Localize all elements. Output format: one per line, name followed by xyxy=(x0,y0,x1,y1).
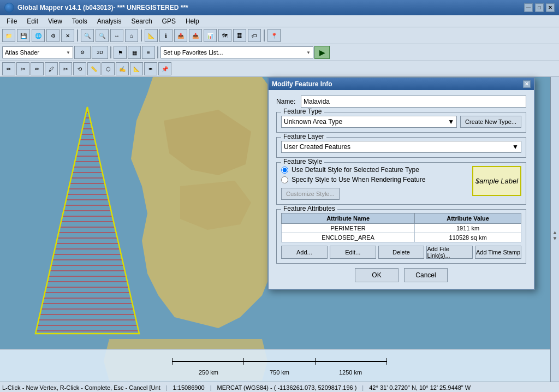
flag-icon-btn[interactable]: ⚑ xyxy=(114,46,127,59)
add-file-link-button[interactable]: Add File Link(s)... xyxy=(426,246,473,259)
maximize-button[interactable]: □ xyxy=(535,3,544,12)
draw-btn8[interactable]: ⬡ xyxy=(102,62,115,75)
edit-attr-button[interactable]: Edit... xyxy=(330,246,376,259)
scale-ruler xyxy=(172,356,387,367)
feature-layer-group: Feature Layer User Created Features ▼ xyxy=(276,137,526,158)
status-projection: MERCAT (WGS84) - ( -1136261.073, 5209817… xyxy=(217,384,357,391)
flag-button[interactable]: 📍 xyxy=(267,29,281,42)
draw-btn9[interactable]: ✍ xyxy=(116,62,129,75)
name-input[interactable] xyxy=(301,96,526,108)
web-button[interactable]: 🌐 xyxy=(32,29,45,42)
pan-button[interactable]: ↔ xyxy=(110,29,123,42)
scale-tick-end xyxy=(386,358,387,365)
right-scroll[interactable]: ▲▼ xyxy=(550,77,559,382)
menu-view[interactable]: View xyxy=(44,16,67,26)
window-controls: — □ ✕ xyxy=(524,3,555,12)
scale-line3 xyxy=(316,361,386,362)
3d-view-button[interactable]: 3D xyxy=(92,46,108,59)
home-button[interactable]: ⌂ xyxy=(125,29,138,42)
app-icon xyxy=(4,3,14,13)
minimize-button[interactable]: — xyxy=(524,3,533,12)
layer-btn[interactable]: ≡ xyxy=(142,46,155,59)
add-timestamp-button[interactable]: Add Time Stamp xyxy=(475,246,521,259)
draw-btn3[interactable]: ✏ xyxy=(31,62,44,75)
feature-attrs-label: Feature Attributes xyxy=(281,205,337,212)
draw-btn1[interactable]: ✏ xyxy=(2,62,15,75)
import-button[interactable]: 📥 xyxy=(189,29,202,42)
favorites-dropdown[interactable]: Set up Favorites List... ▼ xyxy=(160,46,313,58)
draw-btn11[interactable]: ✒ xyxy=(144,62,157,75)
radio-specify-style[interactable] xyxy=(281,176,288,183)
menu-gps[interactable]: GPS xyxy=(158,16,180,26)
radio-default-style-row: Use Default Style for Selected Feature T… xyxy=(281,166,468,174)
modify-feature-dialog[interactable]: Modify Feature Info ✕ Name: Feature Type… xyxy=(267,77,535,290)
close-button[interactable]: ✕ xyxy=(546,3,555,12)
draw-btn5[interactable]: ✂ xyxy=(59,62,72,75)
radio-default-style[interactable] xyxy=(281,167,288,174)
zoom-out-button[interactable]: 🔍 xyxy=(96,29,109,42)
draw-btn2[interactable]: ✂ xyxy=(16,62,29,75)
path-button[interactable]: 🛤 xyxy=(233,29,246,42)
feature-info-button[interactable]: ℹ xyxy=(159,29,173,42)
customize-style-button[interactable]: Customize Style... xyxy=(281,188,340,200)
chart-button[interactable]: 📊 xyxy=(204,29,217,42)
table-row: ENCLOSED_AREA 110528 sq km xyxy=(282,233,521,242)
menu-tools[interactable]: Tools xyxy=(68,16,92,26)
menu-help[interactable]: Help xyxy=(181,16,204,26)
radio-default-label: Use Default Style for Selected Feature T… xyxy=(292,166,419,174)
cancel-button[interactable]: Cancel xyxy=(404,268,448,282)
settings-button[interactable]: ⚙ xyxy=(46,29,60,42)
draw-btn7[interactable]: 📏 xyxy=(87,62,100,75)
toolbar-drawing: ✏ ✂ ✏ 🖊 ✂ ⟲ 📏 ⬡ ✍ 📐 ✒ 📌 xyxy=(0,61,559,77)
scale-label-1: 750 km xyxy=(244,369,315,376)
feature-layer-arrow-icon: ▼ xyxy=(512,143,519,151)
draw-btn12[interactable]: 📌 xyxy=(158,62,171,75)
feature-type-row: Unknown Area Type ▼ Create New Type... xyxy=(281,116,521,128)
add-attr-button[interactable]: Add... xyxy=(281,246,328,259)
shader-arrow-icon: ▼ xyxy=(66,50,70,55)
3d-button[interactable]: 🗺 xyxy=(218,29,231,42)
attr-name-area: ENCLOSED_AREA xyxy=(282,233,415,242)
zoom-in-button[interactable]: 🔍 xyxy=(81,29,94,42)
title-bar-left: Global Mapper v14.1 (b043013)- *** UNREG… xyxy=(4,3,188,13)
name-row: Name: xyxy=(276,96,526,108)
label-button[interactable]: 🏷 xyxy=(248,29,261,42)
play-button[interactable]: ▶ xyxy=(314,46,330,59)
status-coords: 42° 31' 0.2720" N, 10° 12' 25.9448" W xyxy=(369,384,471,391)
ok-button[interactable]: OK xyxy=(355,268,399,282)
menu-file[interactable]: File xyxy=(2,16,21,26)
scale-labels: 250 km 750 km 1250 km xyxy=(173,369,386,376)
modal-close-button[interactable]: ✕ xyxy=(523,80,531,88)
create-new-type-button[interactable]: Create New Type... xyxy=(460,116,521,128)
menu-analysis[interactable]: Analysis xyxy=(93,16,126,26)
menu-edit[interactable]: Edit xyxy=(22,16,43,26)
status-sep1: | xyxy=(166,384,168,391)
measure-button[interactable]: 📐 xyxy=(145,29,158,42)
sample-label-text: $ample Label xyxy=(475,177,518,185)
toolbar2-divider2 xyxy=(157,46,158,58)
menu-search[interactable]: Search xyxy=(127,16,157,26)
save-button[interactable]: 💾 xyxy=(17,29,30,42)
favorites-arrow-icon: ▼ xyxy=(306,50,311,55)
status-unit: 1:15086900 xyxy=(173,384,205,391)
shader-dropdown[interactable]: Atlas Shader ▼ xyxy=(2,46,73,58)
shader-settings-button[interactable]: ⚙ xyxy=(74,46,91,59)
toolbar-divider3 xyxy=(264,29,265,41)
attributes-table: Attribute Name Attribute Value PERIMETER… xyxy=(281,213,521,242)
scale-line2 xyxy=(244,361,315,362)
grid-btn[interactable]: ▦ xyxy=(128,46,141,59)
status-left: L-Click - New Vertex, R-Click - Complete… xyxy=(2,384,160,391)
delete-attr-button[interactable]: Delete xyxy=(378,246,425,259)
feature-type-dropdown[interactable]: Unknown Area Type ▼ xyxy=(281,116,457,128)
draw-btn6[interactable]: ⟲ xyxy=(73,62,86,75)
feature-layer-dropdown[interactable]: User Created Features ▼ xyxy=(281,141,521,153)
feature-type-value: Unknown Area Type xyxy=(284,118,342,126)
cancel-button[interactable]: ✕ xyxy=(61,29,74,42)
feature-style-label: Feature Style xyxy=(281,158,324,165)
draw-btn10[interactable]: 📐 xyxy=(130,62,143,75)
toolbar-divider2 xyxy=(141,29,142,41)
draw-btn4[interactable]: 🖊 xyxy=(45,62,58,75)
toolbar-divider1 xyxy=(77,29,78,41)
open-button[interactable]: 📁 xyxy=(2,29,15,42)
export-button[interactable]: 📤 xyxy=(174,29,187,42)
